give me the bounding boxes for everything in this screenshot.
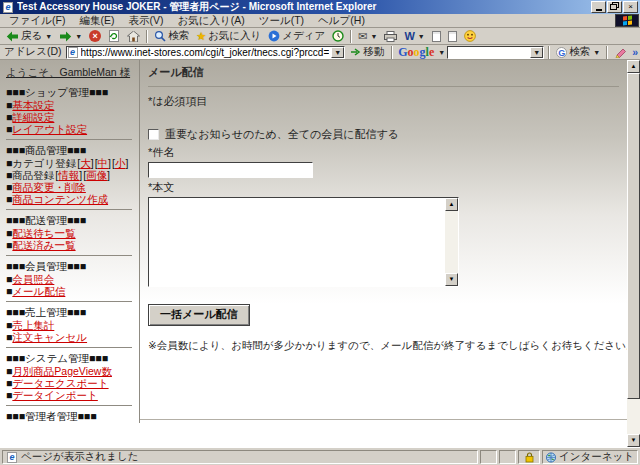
sidebar-link[interactable]: 月別商品PageView数 xyxy=(12,365,112,377)
body-textarea[interactable]: ▲ ▼ xyxy=(148,197,459,287)
more-buttons-chevron[interactable]: » xyxy=(632,46,638,58)
security-pane xyxy=(518,450,540,464)
edit-button[interactable]: W ▼ xyxy=(401,29,427,44)
sidebar-link[interactable]: 注文キャンセル xyxy=(12,331,87,343)
sidebar-item: ■商品変更・削除 xyxy=(6,181,136,193)
sidebar-item: ■売上集計 xyxy=(6,319,136,331)
scroll-down-button[interactable]: ▼ xyxy=(445,273,458,286)
batch-mail-send-button[interactable]: 一括メール配信 xyxy=(148,304,250,326)
sidebar-bracket-link[interactable]: 小 xyxy=(115,157,126,169)
search-label: 検索 xyxy=(168,29,189,43)
sidebar-bracket-link[interactable]: 情報 xyxy=(58,169,79,181)
messenger-button[interactable] xyxy=(461,29,479,44)
page-scroll-thumb[interactable] xyxy=(627,73,640,399)
sidebar-section-heading: ■■■ショップ管理■■■ xyxy=(6,86,136,98)
restore-button[interactable] xyxy=(607,1,622,13)
sidebar-link[interactable]: メール配信 xyxy=(12,285,65,297)
scroll-up-button[interactable]: ▲ xyxy=(445,198,458,211)
go-button[interactable]: 移動 xyxy=(347,45,387,59)
favorites-star-icon: ★ xyxy=(196,30,206,43)
menu-item[interactable]: ファイル(F) xyxy=(2,13,72,29)
sidebar-separator xyxy=(6,209,132,210)
menu-item[interactable]: お気に入り(A) xyxy=(170,13,251,29)
notes-icon xyxy=(448,31,457,42)
forward-button[interactable]: ▼ xyxy=(56,29,85,44)
highlight-button[interactable] xyxy=(612,45,630,60)
sidebar-link[interactable]: 基本設定 xyxy=(12,99,54,111)
mail-button[interactable]: ✉ ▼ xyxy=(355,29,380,44)
media-button[interactable]: メディア xyxy=(265,29,328,44)
refresh-button[interactable] xyxy=(105,29,123,44)
subject-input[interactable] xyxy=(148,162,313,178)
sidebar-item-label: カテゴリ登録 xyxy=(12,157,76,169)
chevron-down-icon: ▼ xyxy=(75,33,82,40)
sidebar-bracket-link[interactable]: 中 xyxy=(98,157,109,169)
toolbar-separator xyxy=(606,46,608,59)
sidebar-item: ■基本設定 xyxy=(6,99,136,111)
bracket-link-wrap: [小] xyxy=(112,157,128,169)
favorites-label: お気に入り xyxy=(208,29,261,43)
restore-icon xyxy=(610,2,619,10)
menu-item[interactable]: ツール(T) xyxy=(252,13,311,29)
menu-item[interactable]: 表示(V) xyxy=(121,13,170,29)
page-scroll-up-button[interactable]: ▲ xyxy=(627,60,640,73)
sidebar-link[interactable]: 商品変更・削除 xyxy=(12,181,86,193)
ie-logo-icon: e xyxy=(3,2,13,13)
page-content: ようこそ、GambleMan 様 ■■■ショップ管理■■■■基本設定■詳細設定■… xyxy=(0,60,640,447)
address-input[interactable] xyxy=(79,47,332,58)
sidebar-link[interactable]: 配送待ち一覧 xyxy=(12,227,75,239)
bracket-link-wrap: [画像] xyxy=(83,169,110,181)
page-scroll-down-button[interactable]: ▼ xyxy=(627,434,640,447)
main-panel: メール配信 *は必須項目 重要なお知らせのため、全ての会員に配信する *件名 *… xyxy=(140,60,627,447)
scroll-down-icon: ▼ xyxy=(449,276,455,282)
sidebar-link[interactable]: 売上集計 xyxy=(12,319,54,331)
print-button[interactable] xyxy=(381,29,400,44)
chevron-down-icon[interactable]: ▼ xyxy=(438,49,445,56)
discuss-button[interactable] xyxy=(429,29,444,44)
google-search-input[interactable] xyxy=(448,47,530,58)
menu-item[interactable]: ヘルプ(H) xyxy=(311,13,372,29)
menu-item[interactable]: 編集(E) xyxy=(72,13,121,29)
favorites-button[interactable]: ★ お気に入り xyxy=(193,29,264,44)
sidebar-item: ■商品コンテンツ作成 xyxy=(6,193,136,205)
sidebar-link[interactable]: 商品コンテンツ作成 xyxy=(12,193,108,205)
sidebar-nav: ようこそ、GambleMan 様 ■■■ショップ管理■■■■基本設定■詳細設定■… xyxy=(0,60,140,423)
broadcast-all-checkbox[interactable] xyxy=(148,129,159,140)
page-title: メール配信 xyxy=(148,65,619,80)
google-search-button[interactable]: G 検索 ▼ xyxy=(554,45,602,59)
google-dropdown-button[interactable]: ▼ xyxy=(530,47,543,58)
search-button[interactable]: 検索 xyxy=(151,29,192,44)
sidebar-link[interactable]: データインポート xyxy=(12,389,97,401)
sidebar-item: ■カテゴリ登録[大][中][小] xyxy=(6,157,136,169)
sidebar-link[interactable]: レイアウト設定 xyxy=(12,123,87,135)
close-button[interactable]: × xyxy=(623,1,638,13)
stop-button[interactable]: × xyxy=(86,29,104,44)
sidebar-separator xyxy=(6,255,132,256)
toolbar-separator xyxy=(548,46,550,59)
sidebar-bracket-link[interactable]: 画像 xyxy=(86,169,107,181)
media-label: メディア xyxy=(282,29,325,43)
sidebar-link[interactable]: データエクスポート xyxy=(12,377,108,389)
required-note: *は必須項目 xyxy=(148,94,619,109)
broadcast-all-label: 重要なお知らせのため、全ての会員に配信する xyxy=(165,127,399,142)
sidebar-item: ■配送済み一覧 xyxy=(6,239,136,251)
sidebar-bracket-link[interactable]: 大 xyxy=(80,157,91,169)
messenger-launch-button[interactable] xyxy=(445,29,460,44)
toolbar-separator xyxy=(146,30,148,43)
home-button[interactable] xyxy=(124,29,143,44)
body-label: *本文 xyxy=(148,180,619,195)
menu-bar: ファイル(F)編集(E)表示(V)お気に入り(A)ツール(T)ヘルプ(H) xyxy=(0,14,640,28)
page-scrollbar[interactable]: ▲ ▼ xyxy=(627,60,640,447)
history-button[interactable] xyxy=(329,29,347,44)
back-button[interactable]: 戻る ▼ xyxy=(3,29,55,44)
sidebar-link[interactable]: 配送済み一覧 xyxy=(12,239,75,251)
print-icon xyxy=(384,31,397,42)
bracket-link-wrap: [大] xyxy=(77,157,93,169)
sidebar-item: ■データインポート xyxy=(6,389,136,401)
address-dropdown-button[interactable]: ▼ xyxy=(331,47,344,58)
minimize-button[interactable] xyxy=(591,1,606,13)
sidebar-separator xyxy=(6,347,132,348)
sidebar-link[interactable]: 会員照会 xyxy=(12,273,54,285)
status-bar: e ページが表示されました インターネット xyxy=(0,447,640,465)
sidebar-link[interactable]: 詳細設定 xyxy=(12,111,54,123)
